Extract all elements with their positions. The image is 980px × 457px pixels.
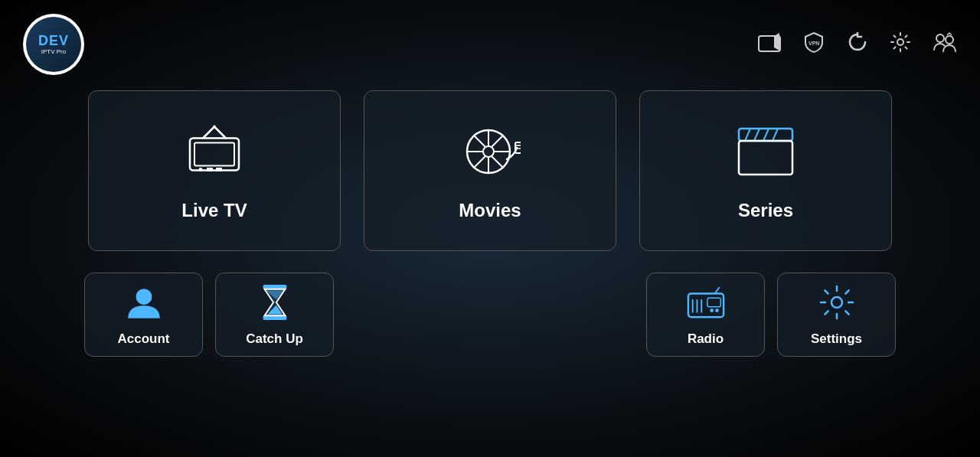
- movies-card[interactable]: Movies: [364, 90, 616, 251]
- svg-rect-40: [707, 298, 720, 307]
- app-logo[interactable]: DEV IPTV Pro: [23, 14, 84, 75]
- svg-line-23: [474, 156, 485, 168]
- account-label: Account: [118, 331, 170, 347]
- radio-label: Radio: [688, 331, 724, 347]
- bottom-left-group: Account Catch: [84, 273, 334, 357]
- account-switch-icon[interactable]: [933, 31, 957, 58]
- live-tv-card[interactable]: Live TV: [88, 90, 341, 251]
- vpn-icon[interactable]: VPN: [802, 31, 825, 59]
- catch-up-label: Catch Up: [246, 331, 303, 347]
- svg-rect-13: [216, 168, 222, 171]
- top-cards: Live TV: [84, 90, 896, 251]
- settings-card[interactable]: Settings: [777, 273, 896, 357]
- live-tv-icon: [184, 121, 245, 191]
- svg-line-20: [474, 135, 485, 146]
- svg-marker-1: [774, 33, 779, 51]
- svg-line-31: [773, 129, 778, 141]
- logo-dev-text: DEV: [38, 34, 69, 47]
- movies-icon: [459, 121, 521, 191]
- main-content: Live TV: [0, 83, 980, 357]
- svg-rect-12: [207, 168, 213, 171]
- radio-card[interactable]: Radio: [646, 273, 765, 357]
- svg-rect-10: [194, 142, 234, 165]
- bottom-right-group: Radio Settings: [646, 273, 896, 357]
- svg-point-44: [831, 297, 842, 308]
- header-icon-group: VPN: [758, 31, 957, 59]
- svg-rect-32: [739, 141, 792, 175]
- svg-line-7: [214, 126, 226, 138]
- series-icon: [735, 121, 796, 191]
- account-icon: [125, 283, 163, 327]
- svg-point-4: [936, 34, 944, 42]
- series-card[interactable]: Series: [639, 90, 892, 251]
- logo-sub-text: IPTV Pro: [41, 49, 66, 55]
- svg-line-29: [754, 129, 760, 141]
- movies-label: Movies: [459, 200, 521, 221]
- svg-text:VPN: VPN: [808, 41, 819, 46]
- catch-up-icon: [256, 283, 294, 327]
- catch-up-card[interactable]: Catch Up: [215, 273, 334, 357]
- header: DEV IPTV Pro VPN: [0, 0, 980, 83]
- svg-point-43: [715, 308, 719, 312]
- svg-point-33: [136, 289, 152, 305]
- svg-point-8: [213, 125, 216, 128]
- svg-line-6: [203, 126, 214, 138]
- camera-icon[interactable]: [758, 32, 781, 57]
- settings-label: Settings: [811, 331, 862, 347]
- svg-point-3: [897, 39, 903, 45]
- bottom-cards: Account Catch: [84, 273, 896, 357]
- gear-icon[interactable]: [890, 31, 911, 58]
- svg-point-42: [710, 308, 714, 312]
- account-card[interactable]: Account: [84, 273, 203, 357]
- refresh-icon[interactable]: [847, 31, 868, 58]
- svg-rect-36: [688, 293, 723, 317]
- svg-line-30: [763, 129, 769, 141]
- series-label: Series: [738, 200, 793, 221]
- radio-icon: [687, 283, 725, 327]
- svg-point-5: [946, 36, 953, 44]
- settings-icon: [818, 283, 856, 327]
- svg-line-21: [492, 156, 504, 168]
- svg-point-11: [199, 168, 203, 171]
- live-tv-label: Live TV: [181, 200, 247, 221]
- svg-line-28: [745, 129, 750, 141]
- svg-point-15: [483, 146, 494, 157]
- svg-line-22: [492, 135, 504, 146]
